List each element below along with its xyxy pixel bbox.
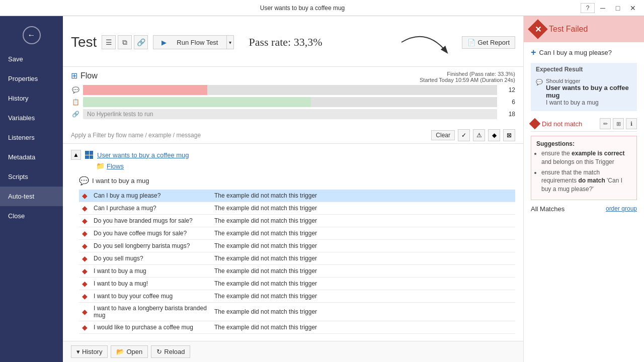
grid-btn[interactable]: ⊞ [613,118,624,129]
trigger-header: 💬 I want to buy a mug [79,174,515,188]
trigger-item-sub: I want to buy a mug [546,99,632,106]
test-row[interactable]: ◆ Can I purchase a mug? The example did … [79,202,515,215]
back-button[interactable]: ← [23,26,41,44]
test-row[interactable]: ◆ Can I buy a mug please? The example di… [79,190,515,202]
link-icon: 🔗 [71,111,80,118]
open-icon: 📂 [116,348,124,355]
run-flow-btn[interactable]: ▶ Run Flow Test ▾ [153,35,233,49]
progress-row-1: 💬 12 [71,85,515,95]
row-fail-icon: ◆ [79,290,91,303]
flow-item: ▲ User wants to buy a coffee mug 📁 Flows [71,148,515,170]
flow-name[interactable]: User wants to buy a coffee mug [97,151,189,159]
row-fail-icon: ◆ [79,321,91,334]
maximize-btn[interactable]: □ [611,3,625,13]
test-row[interactable]: ◆ Do you sell longberry barista mugs? Th… [79,240,515,252]
test-row[interactable]: ◆ Do you have branded mugs for sale? The… [79,215,515,227]
window-title: User wants to buy a coffee mug [24,5,581,12]
progress-bar-1 [83,85,497,95]
get-report-btn[interactable]: 📄 Get Report [462,36,515,49]
chat-trigger-icon: 💬 [79,176,89,186]
sidebar-item-variables[interactable]: Variables [0,108,63,128]
filter-placeholder: Apply a Filter by flow name / example / … [71,132,428,139]
reload-btn[interactable]: ↻ Reload [151,345,190,358]
content-header: Test ☰ ⧉ 🔗 ▶ Run Flow Test ▾ Pass rate: … [63,16,523,67]
chat-icon-small: 💬 [536,79,543,85]
row-result-text: The example did not match this trigger [211,303,515,321]
row-result-text: The example did not match this trigger [211,252,515,265]
close-btn[interactable]: ✕ [626,3,640,13]
expand-btn[interactable]: ▲ [71,150,81,160]
right-panel-body: + Can I buy a mug please? Expected Resul… [524,42,644,362]
row-fail-icon: ◆ [79,202,91,215]
fail-diamond-icon: ✕ [528,19,548,39]
test-row[interactable]: ◆ Do you sell mugs? The example did not … [79,252,515,265]
sidebar-item-save[interactable]: Save [0,49,63,69]
checkmark-btn[interactable]: ✓ [458,129,470,141]
icon-btn-2[interactable]: ⧉ [118,35,132,49]
open-label: Open [126,348,142,355]
expected-result-box: Expected Result 💬 Should trigger User wa… [531,63,637,111]
page-title: Test [71,34,97,50]
sidebar-item-history[interactable]: History [0,88,63,108]
right-panel-header: ✕ Test Failed [524,16,644,42]
trigger-section: 💬 I want to buy a mug ◆ Can I buy a mug … [79,174,515,334]
dropdown-arrow-icon[interactable]: ▾ [226,36,233,49]
test-table: ◆ Can I buy a mug please? The example di… [79,190,515,334]
test-row[interactable]: ◆ I want to buy your coffee mug The exam… [79,290,515,303]
sidebar-item-autotest[interactable]: Auto-test [0,187,63,206]
sidebar-item-close[interactable]: Close [0,206,63,226]
suggestion-2: ensure that the match requirements do ma… [541,168,631,194]
annotation-arrow [396,22,457,62]
run-flow-label: Run Flow Test [173,39,222,46]
sidebar-item-properties[interactable]: Properties [0,69,63,88]
error-btn[interactable]: ◆ [488,129,500,141]
sidebar-item-listeners[interactable]: Listeners [0,128,63,147]
window-controls: ? ─ □ ✕ [581,3,640,13]
folder-name[interactable]: Flows [107,162,124,170]
folder-icon: 📁 [96,162,105,170]
test-row[interactable]: ◆ I want to have a longberry barista bra… [79,303,515,321]
expected-result-label: Expected Result [536,66,632,73]
row-example-text: I want to buy a mug [91,265,211,278]
reload-label: Reload [164,348,185,355]
row-result-text: The example did not match this trigger [211,278,515,290]
minimize-btn[interactable]: ─ [596,3,610,13]
match-actions: ✏ ⊞ ℹ [600,118,637,129]
test-row[interactable]: ◆ I want to buy a mug! The example did n… [79,278,515,290]
clear-button[interactable]: Clear [431,130,455,140]
test-row[interactable]: ◆ Do you have coffee mugs for sale? The … [79,227,515,240]
icon-btn-3[interactable]: 🔗 [134,35,148,49]
open-btn[interactable]: 📂 Open [111,345,148,358]
progress-row-3: 🔗 No Hyperlink tests to run 18 [71,109,515,119]
test-row[interactable]: ◆ I would like to purchase a coffee mug … [79,321,515,334]
order-group-link[interactable]: order group [606,205,637,212]
run-icon: ▶ [157,39,171,46]
history-toggle-btn[interactable]: ▾ History [71,345,108,358]
info-btn[interactable]: ℹ [626,118,637,129]
all-matches-label: All Matches [531,205,565,213]
help-btn[interactable]: ? [581,3,595,13]
icon-btn-1[interactable]: ☰ [102,35,116,49]
x-btn[interactable]: ⊠ [503,129,515,141]
row-example-text: Can I buy a mug please? [91,190,211,202]
flow-header: ⊞ Flow [71,71,98,80]
did-not-match-row: Did not match ✏ ⊞ ℹ [531,116,637,132]
did-not-match-text: Did not match [542,120,597,128]
row-example-text: Can I purchase a mug? [91,202,211,215]
all-matches-row: All Matches order group [531,205,637,213]
test-row[interactable]: ◆ I want to buy a mug The example did no… [79,265,515,278]
plus-icon: + [531,47,536,58]
row-result-text: The example did not match this trigger [211,240,515,252]
sidebar-item-scripts[interactable]: Scripts [0,167,63,187]
test-failed-title: Test Failed [549,25,588,34]
no-hyperlink-bar: No Hyperlink tests to run [83,109,497,119]
finished-text: Finished (Pass rate: 33.3%) [420,71,515,77]
example-item: + Can I buy a mug please? [531,47,637,58]
trigger-item-name: User wants to buy a coffee mug [546,84,632,99]
warning-btn[interactable]: ⚠ [473,129,485,141]
flow-title: Flow [80,71,98,80]
back-area: ← [0,21,63,49]
sidebar-item-metadata[interactable]: Metadata [0,147,63,167]
chat-icon: 💬 [71,86,80,94]
edit-btn[interactable]: ✏ [600,118,611,129]
